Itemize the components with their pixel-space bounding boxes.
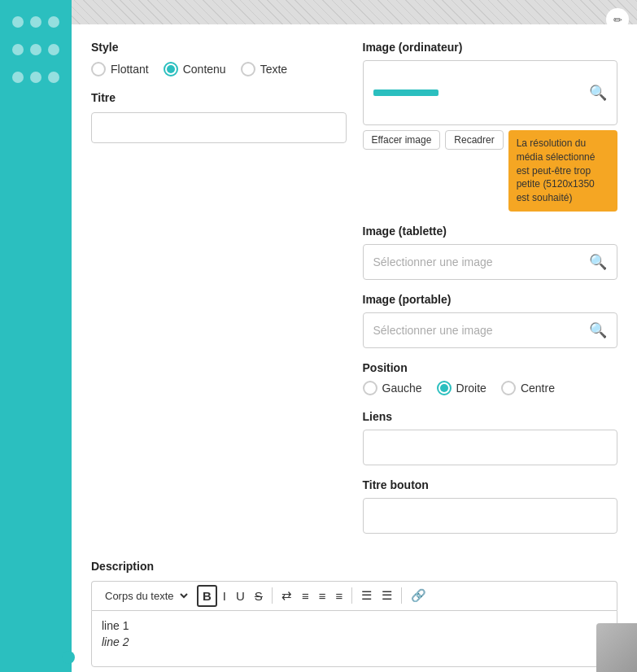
- toolbar-separator-2: [351, 587, 352, 604]
- font-style-select[interactable]: Corps du texte: [98, 587, 190, 604]
- align-justify-button[interactable]: ≡: [331, 587, 347, 605]
- position-droite-label: Droite: [456, 382, 486, 395]
- radio-texte[interactable]: [241, 62, 255, 76]
- style-option-flottant[interactable]: Flottant: [91, 62, 149, 76]
- align-right-button[interactable]: ≡: [315, 587, 330, 605]
- liens-section: Liens: [363, 410, 618, 465]
- radio-contenu[interactable]: [164, 62, 178, 76]
- position-label: Position: [363, 361, 618, 374]
- liens-input[interactable]: [363, 430, 618, 465]
- dot: [12, 16, 24, 28]
- dot: [48, 16, 59, 28]
- style-option-contenu[interactable]: Contenu: [164, 62, 226, 76]
- image-ordinateur-label: Image (ordinateur): [363, 41, 618, 54]
- titre-bouton-input[interactable]: [363, 498, 618, 534]
- style-section: Style Flottant Contenu Texte: [91, 41, 347, 76]
- position-option-gauche[interactable]: Gauche: [363, 381, 422, 395]
- main-panel: Style Flottant Contenu Texte: [72, 24, 637, 672]
- toolbar-separator-3: [401, 587, 402, 604]
- unordered-list-button[interactable]: ☰: [357, 586, 376, 605]
- dot: [30, 44, 41, 55]
- radio-flottant[interactable]: [91, 62, 106, 76]
- position-radio-group: Gauche Droite Centre: [363, 381, 618, 395]
- dot-group-2: [4, 44, 68, 55]
- radio-droite[interactable]: [437, 381, 452, 395]
- image-tablette-search-button[interactable]: 🔍: [589, 253, 607, 271]
- right-column: Image (ordinateur) 🔍 Effacer image Recad…: [363, 41, 618, 547]
- avatar: [596, 623, 637, 672]
- style-label: Style: [91, 41, 347, 54]
- position-gauche-label: Gauche: [382, 382, 422, 395]
- dot-group-3: [4, 72, 68, 83]
- titre-label: Titre: [91, 91, 347, 104]
- image-portable-placeholder: Sélectionner une image: [373, 324, 493, 337]
- align-left-button[interactable]: ⇄: [277, 586, 296, 605]
- image-tablette-section: Image (tablette) Sélectionner une image …: [363, 225, 618, 280]
- dot: [12, 72, 24, 83]
- dot: [12, 44, 24, 55]
- image-ordinateur-actions: Effacer image Recadrer La résolution du …: [363, 130, 618, 212]
- underline-button[interactable]: U: [232, 587, 249, 605]
- dot: [30, 16, 41, 28]
- editor-line-2: line 2: [102, 635, 607, 648]
- style-contenu-label: Contenu: [183, 63, 226, 76]
- image-portable-selector[interactable]: Sélectionner une image 🔍: [363, 312, 618, 348]
- dot: [48, 44, 59, 55]
- effacer-image-button[interactable]: Effacer image: [363, 130, 441, 150]
- image-ordinateur-box: 🔍: [363, 60, 618, 125]
- italic-button[interactable]: I: [219, 587, 230, 605]
- position-option-droite[interactable]: Droite: [437, 381, 486, 395]
- image-preview-bar: [373, 89, 438, 96]
- left-column: Style Flottant Contenu Texte: [91, 41, 347, 547]
- sidebar: [0, 0, 72, 672]
- teal-scroll-indicator: [62, 651, 75, 664]
- description-toolbar: Corps du texte B I U S ⇄ ≡ ≡ ≡ ☰ ☰ 🔗: [91, 581, 617, 610]
- radio-gauche[interactable]: [363, 381, 377, 395]
- bold-button[interactable]: B: [197, 585, 217, 607]
- image-tablette-placeholder: Sélectionner une image: [373, 255, 493, 268]
- image-portable-search-button[interactable]: 🔍: [589, 321, 607, 339]
- position-centre-label: Centre: [521, 382, 555, 395]
- radio-centre[interactable]: [501, 381, 516, 395]
- description-section: Description Corps du texte B I U S ⇄ ≡ ≡…: [91, 560, 617, 667]
- editor-line-1: line 1: [102, 619, 607, 632]
- dot: [48, 72, 59, 83]
- image-portable-section: Image (portable) Sélectionner une image …: [363, 293, 618, 348]
- position-section: Position Gauche Droite Centre: [363, 361, 618, 395]
- image-portable-label: Image (portable): [363, 293, 618, 306]
- titre-section: Titre Carousel: [91, 91, 347, 143]
- toolbar-separator-1: [272, 587, 273, 604]
- titre-bouton-section: Titre bouton: [363, 478, 618, 534]
- align-center-button[interactable]: ≡: [298, 587, 313, 605]
- image-ordinateur-search-button[interactable]: 🔍: [589, 84, 607, 102]
- description-editor[interactable]: line 1 line 2: [91, 610, 617, 667]
- image-tablette-label: Image (tablette): [363, 225, 618, 238]
- avatar-image: [596, 623, 637, 672]
- ordered-list-button[interactable]: ☰: [377, 586, 396, 605]
- warning-message: La résolution du média sélectionné est p…: [508, 130, 617, 212]
- dot-group-1: [4, 16, 68, 28]
- titre-bouton-label: Titre bouton: [363, 478, 618, 491]
- liens-label: Liens: [363, 410, 618, 423]
- link-button[interactable]: 🔗: [407, 586, 430, 605]
- titre-input[interactable]: Carousel: [91, 112, 347, 143]
- style-radio-group: Flottant Contenu Texte: [91, 62, 347, 76]
- position-option-centre[interactable]: Centre: [501, 381, 555, 395]
- style-flottant-label: Flottant: [111, 63, 149, 76]
- image-ordinateur-section: Image (ordinateur) 🔍 Effacer image Recad…: [363, 41, 618, 212]
- image-tablette-selector[interactable]: Sélectionner une image 🔍: [363, 244, 618, 280]
- recadrer-button[interactable]: Recadrer: [445, 130, 503, 150]
- style-texte-label: Texte: [260, 63, 287, 76]
- dot: [30, 72, 41, 83]
- description-label: Description: [91, 560, 617, 573]
- style-option-texte[interactable]: Texte: [241, 62, 287, 76]
- strikethrough-button[interactable]: S: [251, 587, 267, 605]
